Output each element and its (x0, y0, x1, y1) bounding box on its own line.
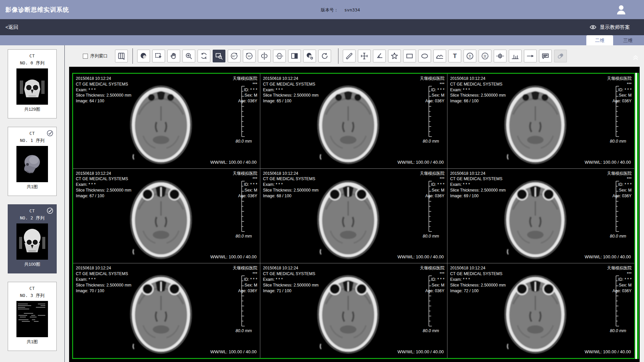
window-level-label: WW/WL: 100.00 / 40.00 (397, 160, 444, 165)
toolbar-separator (132, 48, 133, 64)
rotate-90-cw-tool[interactable]: 90° (243, 50, 256, 62)
user-avatar-icon[interactable] (614, 3, 628, 16)
back-button[interactable]: <返回 (5, 24, 18, 31)
ct-slice-image (310, 270, 386, 358)
version-label: 版本号： (321, 7, 338, 12)
overlay-image-number: Image: 67 / 100 (76, 193, 131, 199)
ellipse-roi-tool[interactable] (418, 50, 431, 62)
ruler-tool[interactable] (343, 50, 356, 62)
series-thumbnail (16, 68, 48, 105)
overlay-top-right: 天堰模拟医院 *** ID: * * * Sex: M Age: 036Y (420, 171, 444, 199)
overlay-top-right: 天堰模拟医院 *** ID: * * * Sex: M Age: 036Y (420, 265, 444, 294)
series-card-2[interactable]: CT NO. 2 序列 共100图 (8, 204, 57, 273)
viewport-cell-4[interactable]: 20150618 10:12:24 CT GE MEDICAL SYSTEMS … (260, 169, 447, 263)
scrollbar-thumb[interactable] (637, 73, 639, 359)
series-window-checkbox[interactable] (83, 54, 88, 59)
zoom-tool[interactable] (182, 50, 195, 62)
series-image-count: 共1图 (8, 184, 56, 190)
secondary-marker-tool[interactable]: 次 (479, 50, 491, 62)
viewport-cell-8[interactable]: 20150618 10:12:24 CT GE MEDICAL SYSTEMS … (447, 263, 634, 358)
ct-slice-image (310, 176, 386, 263)
series-modality: CT (8, 54, 56, 58)
overlay-exam: Exam: * * * (450, 277, 506, 282)
polygon-roi-tool[interactable] (388, 50, 401, 62)
tab-3d[interactable]: 三维 (614, 35, 641, 45)
curve-tool[interactable] (433, 50, 446, 62)
viewport-cell-1[interactable]: 20150618 10:12:24 CT GE MEDICAL SYSTEMS … (260, 74, 447, 168)
overlay-sex: Sex: M (607, 188, 632, 193)
viewport-cell-0[interactable]: 20150618 10:12:24 CT GE MEDICAL SYSTEMS … (73, 74, 260, 168)
overlay-id: ID: * * * (233, 182, 257, 188)
series-image-count: 共129图 (8, 106, 56, 112)
series-card-3[interactable]: CT NO. 3 序列 共1图 (8, 282, 57, 351)
overlay-device: CT GE MEDICAL SYSTEMS (263, 271, 319, 277)
viewport-cell-7[interactable]: 20150618 10:12:24 CT GE MEDICAL SYSTEMS … (260, 263, 447, 358)
overlay-device: CT GE MEDICAL SYSTEMS (450, 82, 506, 87)
overlay-exam: Exam: * * * (263, 182, 319, 188)
overlay-top-left: 20150618 10:12:24 CT GE MEDICAL SYSTEMS … (450, 171, 506, 199)
collapse-toolbar-icon[interactable] (631, 53, 640, 63)
overlay-top-left: 20150618 10:12:24 CT GE MEDICAL SYSTEMS … (450, 265, 506, 294)
ct-slice-image (123, 81, 199, 168)
overlay-thickness: Slice Thickness: 2.500000 mm (450, 188, 506, 193)
calibration-tool[interactable] (494, 50, 506, 62)
window-level-label: WW/WL: 100.00 / 40.00 (585, 160, 631, 165)
show-teacher-answer-button[interactable]: 显示教师答案 (589, 23, 630, 31)
rect-roi-tool[interactable] (403, 50, 416, 62)
flip-horizontal-tool[interactable] (258, 50, 271, 62)
comment-tool[interactable] (539, 50, 552, 62)
invert-tool[interactable] (288, 50, 301, 62)
flip-vertical-tool[interactable] (273, 50, 286, 62)
overlay-device: CT GE MEDICAL SYSTEMS (263, 176, 319, 182)
series-card-1[interactable]: CT NO. 1 序列 共1图 (8, 127, 57, 196)
image-scrollbar[interactable] (635, 73, 639, 359)
overlay-id: ID: * * * (420, 182, 444, 188)
cross-measure-tool[interactable] (358, 50, 371, 62)
viewport-cell-5[interactable]: 20150618 10:12:24 CT GE MEDICAL SYSTEMS … (447, 169, 634, 263)
tab-2d[interactable]: 二维 (586, 35, 613, 45)
ct-slice-image (310, 81, 386, 168)
angle-tool[interactable] (373, 50, 386, 62)
overlay-sex: Sex: M (233, 93, 257, 98)
pan-tool[interactable] (167, 50, 180, 62)
arrow-tool[interactable] (524, 50, 537, 62)
histogram-tool[interactable] (509, 50, 522, 62)
rotate-tool[interactable] (198, 50, 210, 62)
svg-text:次: 次 (483, 54, 487, 58)
text-tool[interactable]: T (448, 50, 461, 62)
toolbar: 序列窗口 90°90°T主次 (65, 45, 644, 67)
overlay-datetime: 20150618 10:12:24 (263, 265, 319, 271)
overlay-exam: Exam: * * * (263, 277, 319, 282)
zoom-region-tool[interactable] (213, 50, 225, 62)
reset-tool[interactable] (318, 50, 331, 62)
series-card-0[interactable]: CT NO. 0 序列 共129图 (8, 49, 57, 118)
wl-preset-tool[interactable] (303, 50, 316, 62)
viewport-cell-2[interactable]: 20150618 10:12:24 CT GE MEDICAL SYSTEMS … (447, 74, 634, 168)
viewport-cell-6[interactable]: 20150618 10:12:24 CT GE MEDICAL SYSTEMS … (73, 263, 260, 358)
overlay-thickness: Slice Thickness: 2.500000 mm (263, 93, 319, 98)
overlay-stars: *** (607, 271, 632, 277)
layout-selector-button[interactable] (115, 50, 128, 62)
overlay-id: ID: * * * (420, 87, 444, 93)
main-marker-tool[interactable]: 主 (464, 50, 476, 62)
overlay-top-left: 20150618 10:12:24 CT GE MEDICAL SYSTEMS … (450, 76, 506, 104)
overlay-id: ID: * * * (607, 182, 632, 188)
select-tool[interactable] (152, 50, 165, 62)
version-info: 版本号：svn334 (321, 7, 360, 13)
overlay-datetime: 20150618 10:12:24 (263, 171, 319, 176)
overlay-age: Age: 036Y (607, 98, 632, 104)
overlay-top-left: 20150618 10:12:24 CT GE MEDICAL SYSTEMS … (76, 171, 131, 199)
viewport-cell-3[interactable]: 20150618 10:12:24 CT GE MEDICAL SYSTEMS … (73, 169, 260, 263)
overlay-top-right: 天堰模拟医院 *** ID: * * * Sex: M Age: 036Y (420, 76, 444, 104)
overlay-hospital: 天堰模拟医院 (420, 265, 444, 271)
window-level-tool[interactable] (137, 50, 150, 62)
overlay-age: Age: 036Y (420, 288, 444, 294)
overlay-id: ID: * * * (233, 87, 257, 93)
version-value: svn334 (344, 7, 360, 12)
series-name: NO. 1 序列 (8, 138, 56, 144)
series-thumbnail (16, 146, 48, 182)
rotate-90-ccw-tool[interactable]: 90° (228, 50, 240, 62)
series-window-toggle[interactable]: 序列窗口 (83, 53, 108, 59)
series-name: NO. 3 序列 (8, 293, 56, 299)
overlay-exam: Exam: * * * (263, 87, 319, 93)
